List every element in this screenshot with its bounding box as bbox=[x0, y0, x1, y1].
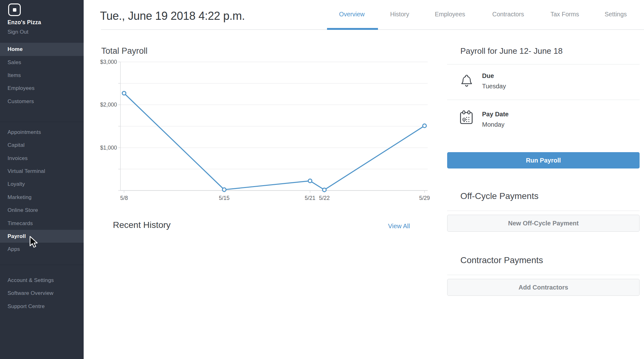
square-payroll-dashboard: Enzo's Pizza Sign Out HomeSalesItemsEmpl… bbox=[0, 0, 644, 359]
sidebar-item-software-overview[interactable]: Software Overview bbox=[0, 287, 84, 300]
calendar-icon bbox=[459, 110, 474, 125]
svg-text:$3,000: $3,000 bbox=[100, 59, 117, 65]
off-cycle-title: Off-Cycle Payments bbox=[460, 191, 538, 201]
svg-text:$1,000: $1,000 bbox=[100, 145, 117, 151]
divider bbox=[447, 211, 640, 211]
new-off-cycle-payment-button[interactable]: New Off-Cycle Payment bbox=[447, 215, 640, 232]
svg-text:5/21: 5/21 bbox=[305, 195, 315, 201]
sidebar-item-sales[interactable]: Sales bbox=[0, 56, 84, 69]
tab-contractors[interactable]: Contractors bbox=[492, 11, 524, 18]
contractor-payments-title: Contractor Payments bbox=[460, 255, 543, 265]
svg-text:5/22: 5/22 bbox=[319, 195, 330, 201]
due-label: Due bbox=[482, 72, 494, 80]
sidebar-item-employees[interactable]: Employees bbox=[0, 82, 84, 95]
sidebar-item-apps[interactable]: Apps bbox=[0, 243, 84, 256]
sidebar-item-timecards[interactable]: Timecards bbox=[0, 217, 84, 230]
divider bbox=[447, 64, 640, 64]
sidebar-group-main: HomeSalesItemsEmployeesCustomers bbox=[0, 43, 84, 108]
sidebar-item-customers[interactable]: Customers bbox=[0, 95, 84, 108]
tab-employees[interactable]: Employees bbox=[435, 11, 465, 18]
payroll-period-title: Payroll for June 12- June 18 bbox=[460, 46, 563, 56]
chart-title: Total Payroll bbox=[101, 46, 147, 56]
sidebar-item-payroll[interactable]: Payroll bbox=[0, 230, 84, 243]
bell-icon bbox=[460, 74, 474, 88]
sidebar-item-capital[interactable]: Capital bbox=[0, 139, 84, 152]
page-title: Tue., June 19 2018 4:22 p.m. bbox=[100, 9, 245, 23]
sidebar: Enzo's Pizza Sign Out HomeSalesItemsEmpl… bbox=[0, 0, 84, 359]
sign-out-link[interactable]: Sign Out bbox=[8, 29, 28, 35]
pay-date-value: Monday bbox=[482, 121, 504, 128]
sidebar-item-home[interactable]: Home bbox=[0, 43, 84, 56]
pay-date-label: Pay Date bbox=[482, 111, 509, 118]
sidebar-item-virtual-terminal[interactable]: Virtual Terminal bbox=[0, 165, 84, 178]
tab-overview[interactable]: Overview bbox=[339, 11, 364, 18]
tab-history[interactable]: History bbox=[390, 11, 409, 18]
sidebar-group-services: AppointmentsCapitalInvoicesVirtual Termi… bbox=[0, 126, 84, 256]
divider bbox=[0, 122, 84, 122]
divider bbox=[447, 275, 640, 275]
sidebar-group-account: Account & SettingsSoftware OverviewSuppo… bbox=[0, 274, 84, 313]
divider bbox=[447, 100, 640, 100]
tab-tax-forms[interactable]: Tax Forms bbox=[550, 11, 579, 18]
view-all-link[interactable]: View All bbox=[388, 223, 410, 230]
sidebar-item-account-settings[interactable]: Account & Settings bbox=[0, 274, 84, 287]
sidebar-item-invoices[interactable]: Invoices bbox=[0, 152, 84, 165]
sidebar-item-marketing[interactable]: Marketing bbox=[0, 191, 84, 204]
sidebar-item-online-store[interactable]: Online Store bbox=[0, 204, 84, 217]
svg-text:5/29: 5/29 bbox=[419, 195, 430, 201]
square-logo[interactable] bbox=[8, 3, 21, 16]
run-payroll-button[interactable]: Run Payroll bbox=[447, 152, 640, 168]
tab-settings[interactable]: Settings bbox=[605, 11, 627, 18]
sidebar-item-loyalty[interactable]: Loyalty bbox=[0, 178, 84, 191]
svg-text:$2,000: $2,000 bbox=[100, 102, 117, 108]
sidebar-item-support-centre[interactable]: Support Centre bbox=[0, 300, 84, 313]
divider bbox=[0, 265, 84, 265]
active-tab-underline bbox=[327, 28, 378, 30]
due-value: Tuesday bbox=[482, 83, 506, 90]
sidebar-item-items[interactable]: Items bbox=[0, 69, 84, 82]
sidebar-item-appointments[interactable]: Appointments bbox=[0, 126, 84, 139]
svg-text:5/8: 5/8 bbox=[120, 195, 128, 201]
recent-history-title: Recent History bbox=[113, 220, 171, 230]
svg-text:5/15: 5/15 bbox=[219, 195, 230, 201]
square-logo-inner bbox=[13, 8, 16, 12]
business-name: Enzo's Pizza bbox=[8, 19, 41, 26]
add-contractors-button[interactable]: Add Contractors bbox=[447, 279, 640, 296]
